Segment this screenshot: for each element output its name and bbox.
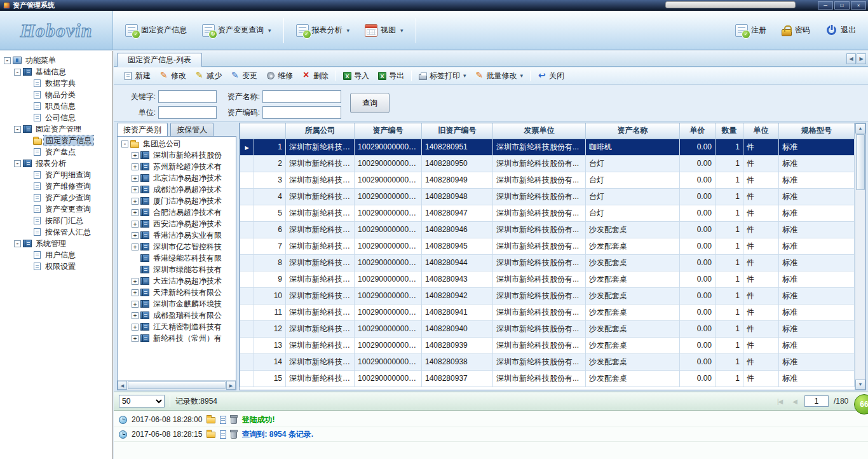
header-unit[interactable]: 单位: [743, 123, 779, 139]
company-tree-item[interactable]: + 苏州新纶超净技术有: [119, 161, 234, 172]
tree-expander-icon[interactable]: [24, 195, 31, 202]
sidebar-tree-item[interactable]: - 系统管理: [1, 238, 112, 249]
tree-expander-icon[interactable]: [24, 172, 31, 179]
company-tree-item[interactable]: + 深圳市新纶科技股份: [119, 149, 234, 161]
new-button[interactable]: 新建: [119, 68, 155, 84]
tab-scroll-left-icon[interactable]: ◀: [846, 53, 856, 64]
company-tree-item[interactable]: + 成都洁净易超净技术: [119, 184, 234, 195]
trash-icon[interactable]: [231, 416, 237, 424]
password-button[interactable]: 密码: [776, 20, 816, 41]
asset-code-input[interactable]: [262, 106, 341, 119]
sidebar-tree-item[interactable]: - 固定资产管理: [1, 123, 112, 135]
sidebar-tree-item[interactable]: 资产明细查询: [1, 169, 112, 181]
company-tree-item[interactable]: + 江天精密制造科技有: [119, 321, 234, 332]
category-horizontal-scrollbar[interactable]: ◀ ▶: [118, 380, 236, 390]
tree-expander-icon[interactable]: [24, 206, 31, 213]
asset-name-input[interactable]: [262, 90, 341, 103]
table-row[interactable]: 14 深圳市新纶科技股份有... 100290000000938 1408280…: [240, 353, 855, 370]
tree-expander-icon[interactable]: [24, 229, 31, 236]
sidebar-tree-item[interactable]: 按保管人汇总: [1, 226, 112, 238]
tree-expander-icon[interactable]: +: [132, 243, 139, 250]
tree-expander-icon[interactable]: +: [132, 163, 139, 170]
tree-expander-icon[interactable]: +: [132, 221, 139, 228]
tab-by-custodian[interactable]: 按保管人: [170, 123, 214, 136]
decrease-button[interactable]: 减少: [191, 68, 226, 84]
folder-icon[interactable]: [207, 432, 215, 438]
table-row[interactable]: 2 深圳市新纶科技股份有... 100290000000950 14082809…: [240, 155, 855, 172]
tree-expander-icon[interactable]: -: [14, 160, 21, 167]
tab-asset-list[interactable]: 固定资产信息-列表: [117, 53, 202, 67]
scrollbar-thumb[interactable]: [856, 134, 865, 190]
tree-expander-icon[interactable]: +: [132, 278, 139, 285]
company-tree-item[interactable]: + 厦门洁净易超净技术: [119, 195, 234, 207]
sidebar-tree-item[interactable]: - 功能菜单: [1, 55, 112, 66]
repair-button[interactable]: 维修: [262, 68, 297, 84]
tree-expander-icon[interactable]: +: [132, 232, 139, 239]
sidebar-tree-item[interactable]: 数据字典: [1, 78, 112, 89]
scroll-right-icon[interactable]: ▶: [226, 381, 236, 390]
tree-expander-icon[interactable]: +: [132, 152, 139, 159]
export-button[interactable]: 导出: [374, 68, 409, 84]
import-button[interactable]: 导入: [339, 68, 374, 84]
minimize-icon[interactable]: ─: [818, 1, 833, 10]
tree-expander-icon[interactable]: +: [132, 209, 139, 216]
sidebar-tree-item[interactable]: 固定资产信息: [1, 135, 112, 146]
fixed-asset-info-button[interactable]: 固定资产信息: [119, 20, 193, 41]
company-tree-item[interactable]: - 集团总公司: [119, 138, 234, 149]
sidebar-tree-item[interactable]: - 基础信息: [1, 66, 112, 78]
modify-button[interactable]: 修改: [155, 68, 191, 84]
table-row[interactable]: 4 深圳市新纶科技股份有... 100290000000948 14082809…: [240, 188, 855, 205]
company-tree-item[interactable]: + 香港洁净易实业有限: [119, 230, 234, 241]
company-tree-item[interactable]: + 北京洁净易超净技术: [119, 172, 234, 184]
tree-expander-icon[interactable]: [24, 137, 31, 144]
company-tree-item[interactable]: + 深圳市金麒麟环境技: [119, 298, 234, 310]
table-row[interactable]: 15 深圳市新纶科技股份有... 100290000000937 1408280…: [240, 370, 855, 387]
tree-expander-icon[interactable]: -: [121, 140, 128, 147]
sidebar-tree-item[interactable]: 公司信息: [1, 112, 112, 123]
unit-input[interactable]: [158, 106, 217, 119]
header-asset-code[interactable]: 资产编号: [355, 123, 422, 139]
page-number-input[interactable]: [804, 395, 829, 407]
table-vertical-scrollbar[interactable]: ▲ ▼: [855, 123, 865, 390]
tree-expander-icon[interactable]: [24, 92, 31, 99]
report-analysis-button[interactable]: 报表分析: [290, 20, 356, 41]
header-invoice-unit[interactable]: 发票单位: [493, 123, 586, 139]
register-button[interactable]: 注册: [729, 20, 772, 41]
trash-icon[interactable]: [231, 431, 237, 439]
document-icon[interactable]: [220, 416, 226, 424]
keyword-input[interactable]: [158, 90, 217, 103]
tree-expander-icon[interactable]: +: [132, 335, 139, 342]
batch-modify-button[interactable]: 批量修改: [471, 68, 528, 84]
header-price[interactable]: 单价: [680, 123, 715, 139]
change-button[interactable]: 变更: [226, 68, 262, 84]
company-tree-item[interactable]: + 西安洁净易超净技术: [119, 218, 234, 230]
close-tab-button[interactable]: 关闭: [533, 68, 569, 84]
table-row[interactable]: 3 深圳市新纶科技股份有... 100290000000949 14082809…: [240, 172, 855, 188]
sidebar-tree-item[interactable]: 资产变更查询: [1, 203, 112, 215]
tree-expander-icon[interactable]: [24, 114, 31, 121]
company-tree-item[interactable]: 香港绿能芯科技有限: [119, 252, 234, 264]
sidebar-tree-item[interactable]: 按部门汇总: [1, 215, 112, 226]
close-icon[interactable]: ×: [851, 1, 866, 10]
company-tree-item[interactable]: + 天津新纶科技有限公: [119, 287, 234, 298]
table-row[interactable]: 5 深圳市新纶科技股份有... 100290000000947 14082809…: [240, 205, 855, 221]
company-tree-item[interactable]: + 大连洁净易超净技术: [119, 275, 234, 287]
tree-expander-icon[interactable]: +: [132, 186, 139, 193]
asset-change-query-button[interactable]: 资产变更查询: [196, 20, 277, 41]
header-company[interactable]: 所属公司: [286, 123, 355, 139]
label-print-button[interactable]: 标签打印: [414, 68, 471, 84]
company-tree-item[interactable]: + 深圳市亿芯智控科技: [119, 241, 234, 252]
tree-expander-icon[interactable]: +: [132, 324, 139, 331]
maximize-icon[interactable]: □: [834, 1, 850, 10]
scroll-left-icon[interactable]: ◀: [118, 381, 127, 390]
document-icon[interactable]: [220, 430, 226, 439]
table-row[interactable]: 6 深圳市新纶科技股份有... 100290000000946 14082809…: [240, 221, 855, 238]
table-row[interactable]: 10 深圳市新纶科技股份有... 100290000000942 1408280…: [240, 287, 855, 304]
table-row[interactable]: 7 深圳市新纶科技股份有... 100290000000945 14082809…: [240, 238, 855, 254]
tree-expander-icon[interactable]: [24, 149, 31, 156]
tree-expander-icon[interactable]: -: [4, 57, 11, 64]
tab-scroll-right-icon[interactable]: ▶: [857, 53, 866, 64]
sidebar-tree-item[interactable]: 用户信息: [1, 249, 112, 261]
header-asset-name[interactable]: 资产名称: [586, 123, 680, 139]
tab-by-asset-category[interactable]: 按资产类别: [117, 123, 168, 136]
